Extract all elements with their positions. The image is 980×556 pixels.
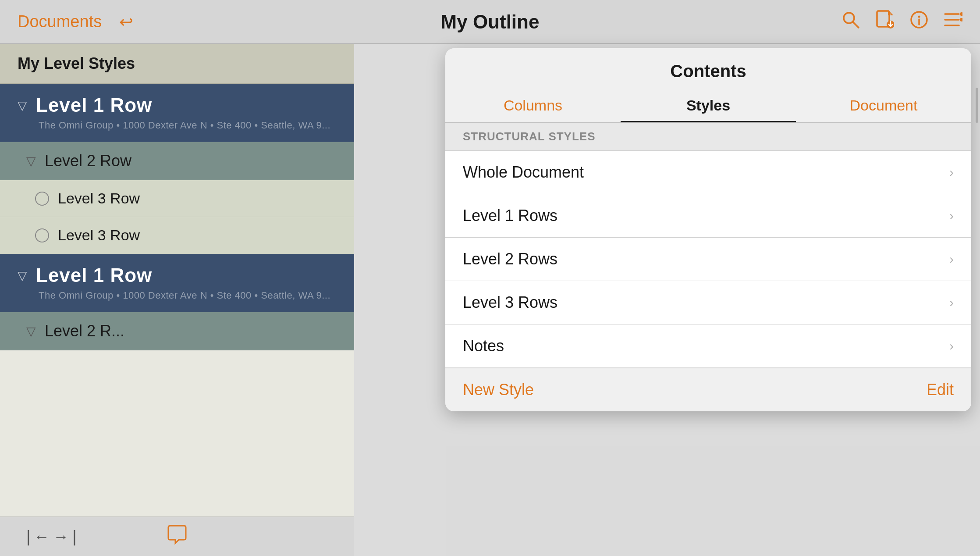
- new-style-button[interactable]: New Style: [463, 381, 534, 399]
- chevron-icon-0: ›: [949, 165, 954, 180]
- level3-title-1: Level 3 Row: [58, 190, 140, 207]
- chevron-icon-4: ›: [949, 339, 954, 353]
- level1-title-2: Level 1 Row: [36, 264, 152, 286]
- svg-point-12: [960, 18, 962, 21]
- collapse-icon[interactable]: ▽: [18, 98, 27, 113]
- nav-back-edge-icon: |: [26, 527, 30, 546]
- bottom-nav-icons: | ← → |: [26, 527, 77, 546]
- tab-document[interactable]: Document: [796, 90, 971, 122]
- level2-collapse-icon-2[interactable]: ▽: [26, 324, 36, 339]
- collapse-icon-2[interactable]: ▽: [18, 268, 27, 283]
- level3-title-2: Level 3 Row: [58, 227, 140, 244]
- popover-footer: New Style Edit: [445, 368, 971, 411]
- svg-point-6: [918, 16, 920, 18]
- outline-header-title: My Level Styles: [18, 54, 135, 72]
- section-label: STRUCTURAL STYLES: [445, 123, 971, 151]
- tabs-bar: Columns Styles Document: [445, 90, 971, 123]
- page-title: My Outline: [441, 11, 540, 33]
- chevron-icon-2: ›: [949, 252, 954, 267]
- svg-line-1: [853, 22, 859, 28]
- nav-bar: Documents ↩ My Outline: [0, 0, 980, 44]
- popover-panel: Contents Columns Styles Document STRUCTU…: [354, 44, 980, 556]
- menu-item-notes[interactable]: Notes ›: [445, 324, 971, 368]
- export-icon[interactable]: [876, 10, 894, 34]
- outline-header: My Level Styles: [0, 44, 354, 84]
- outline-panel: My Level Styles ▽ Level 1 Row The Omni G…: [0, 44, 354, 556]
- menu-item-level2[interactable]: Level 2 Rows ›: [445, 238, 971, 281]
- level1-title: Level 1 Row: [36, 94, 152, 116]
- level3-circle-icon-1: [35, 192, 49, 206]
- level1-subtitle: The Omni Group • 1000 Dexter Ave N • Ste…: [18, 120, 337, 131]
- nav-left: Documents ↩: [18, 12, 133, 32]
- nav-left-icon[interactable]: ←: [34, 527, 50, 546]
- tab-columns[interactable]: Columns: [445, 90, 621, 122]
- level1-row-2[interactable]: ▽ Level 1 Row The Omni Group • 1000 Dext…: [0, 254, 354, 312]
- level1-row-1[interactable]: ▽ Level 1 Row The Omni Group • 1000 Dext…: [0, 84, 354, 142]
- main-content: My Level Styles ▽ Level 1 Row The Omni G…: [0, 44, 980, 556]
- level1-row-header: ▽ Level 1 Row: [18, 94, 337, 116]
- level2-title: Level 2 Row: [45, 152, 131, 170]
- tab-styles[interactable]: Styles: [621, 90, 796, 122]
- search-icon[interactable]: [842, 11, 860, 33]
- svg-point-11: [960, 12, 962, 16]
- level1-row-2-header: ▽ Level 1 Row: [18, 264, 337, 286]
- menu-label-level3: Level 3 Rows: [463, 293, 557, 312]
- level3-row-2[interactable]: Level 3 Row: [0, 217, 354, 254]
- menu-label-notes: Notes: [463, 337, 504, 355]
- chevron-icon-1: ›: [949, 208, 954, 223]
- edit-button[interactable]: Edit: [927, 381, 954, 399]
- menu-item-whole-document[interactable]: Whole Document ›: [445, 151, 971, 194]
- bottom-bar: | ← → |: [0, 517, 354, 556]
- level1-subtitle-2: The Omni Group • 1000 Dexter Ave N • Ste…: [18, 290, 337, 301]
- back-icon[interactable]: ↩: [119, 12, 133, 32]
- nav-right: [842, 10, 962, 34]
- chevron-icon-3: ›: [949, 295, 954, 310]
- documents-link[interactable]: Documents: [18, 12, 102, 31]
- level2-row-partial[interactable]: ▽ Level 2 R...: [0, 312, 354, 350]
- menu-label-level1: Level 1 Rows: [463, 207, 557, 225]
- menu-label-level2: Level 2 Rows: [463, 250, 557, 268]
- nav-forward-edge-icon: |: [72, 527, 76, 546]
- level3-circle-icon-2: [35, 228, 49, 242]
- popover: Contents Columns Styles Document STRUCTU…: [445, 48, 971, 411]
- comment-icon[interactable]: [167, 524, 188, 549]
- info-icon[interactable]: [910, 11, 928, 33]
- menu-item-level1[interactable]: Level 1 Rows ›: [445, 194, 971, 238]
- level2-collapse-icon[interactable]: ▽: [26, 154, 36, 168]
- scroll-indicator: [976, 88, 978, 123]
- menu-item-level3[interactable]: Level 3 Rows ›: [445, 281, 971, 324]
- level2-title-partial: Level 2 R...: [45, 322, 124, 340]
- level2-row[interactable]: ▽ Level 2 Row: [0, 142, 354, 180]
- menu-icon[interactable]: [944, 11, 962, 32]
- popover-header: Contents Columns Styles Document: [445, 48, 971, 123]
- popover-title: Contents: [445, 61, 971, 90]
- level3-row-1[interactable]: Level 3 Row: [0, 180, 354, 217]
- nav-right-icon[interactable]: →: [53, 527, 69, 546]
- menu-label-whole-document: Whole Document: [463, 163, 584, 182]
